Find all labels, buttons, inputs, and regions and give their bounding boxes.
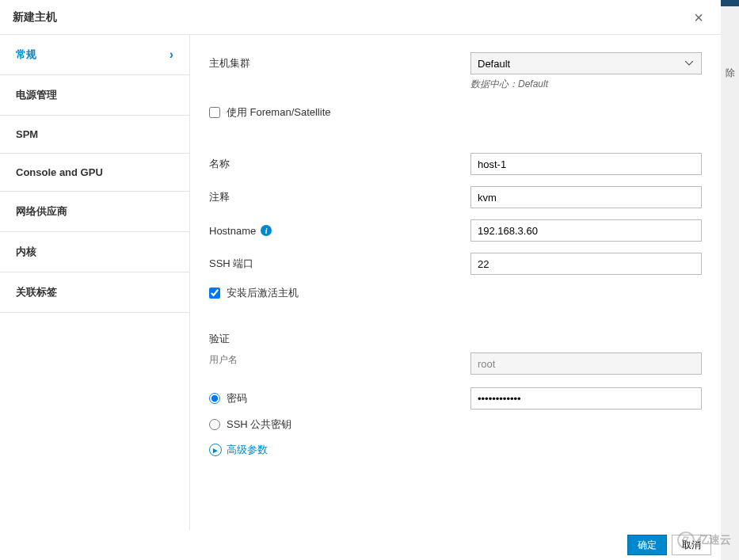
sidebar-item-label: 网络供应商 bbox=[16, 204, 67, 219]
sidebar-item-label: 电源管理 bbox=[16, 88, 57, 102]
sidebar-item-affinity-labels[interactable]: 关联标签 bbox=[0, 272, 189, 313]
label-cluster: 主机集群 bbox=[209, 56, 470, 70]
row-cluster: 主机集群 Default bbox=[209, 51, 702, 76]
row-name: 名称 bbox=[209, 151, 702, 177]
sidebar-item-network-provider[interactable]: 网络供应商 bbox=[0, 192, 189, 232]
sidebar-item-label: Console and GPU bbox=[16, 166, 103, 178]
ssh-port-input[interactable] bbox=[470, 253, 702, 275]
activate-checkbox[interactable] bbox=[209, 288, 220, 299]
row-ssh-port: SSH 端口 bbox=[209, 251, 702, 276]
sshkey-option-label: SSH 公共密钥 bbox=[227, 417, 291, 432]
sidebar-item-spm[interactable]: SPM bbox=[0, 116, 189, 154]
advanced-params-toggle[interactable]: ▸ 高级参数 bbox=[209, 443, 702, 457]
row-password: 密码 bbox=[209, 387, 702, 410]
cancel-button[interactable]: 取消 bbox=[672, 535, 711, 555]
info-icon[interactable]: i bbox=[261, 225, 272, 236]
background-char: 除 bbox=[725, 67, 736, 98]
password-input[interactable] bbox=[470, 387, 702, 410]
advanced-label: 高级参数 bbox=[227, 443, 268, 457]
cluster-select[interactable]: Default bbox=[470, 52, 702, 74]
row-activate: 安装后激活主机 bbox=[209, 286, 702, 300]
datacenter-subtext: 数据中心：Default bbox=[470, 78, 548, 90]
row-foreman: 使用 Foreman/Satellite bbox=[209, 105, 702, 120]
label-username: 用户名 bbox=[209, 353, 238, 367]
sidebar-item-power[interactable]: 电源管理 bbox=[0, 75, 189, 116]
close-button[interactable]: × bbox=[689, 6, 708, 29]
label-hostname: Hostname bbox=[209, 225, 256, 237]
foreman-label: 使用 Foreman/Satellite bbox=[227, 105, 331, 120]
foreman-checkbox[interactable] bbox=[209, 107, 220, 118]
label-comment: 注释 bbox=[209, 190, 470, 204]
sidebar-item-label: 关联标签 bbox=[16, 285, 57, 299]
close-icon: × bbox=[694, 9, 703, 26]
username-input bbox=[470, 352, 702, 375]
auth-section-header: 验证 bbox=[209, 332, 702, 346]
sidebar-item-console-gpu[interactable]: Console and GPU bbox=[0, 154, 189, 192]
dialog-header: 新建主机 × bbox=[0, 0, 721, 35]
form-content: 主机集群 Default 数据中心：Default 使用 Foreman/Sat… bbox=[190, 35, 721, 530]
sshkey-radio[interactable] bbox=[209, 419, 220, 430]
password-radio[interactable] bbox=[209, 393, 220, 404]
ok-button[interactable]: 确定 bbox=[627, 535, 667, 555]
comment-input[interactable] bbox=[470, 186, 702, 208]
label-ssh-port: SSH 端口 bbox=[209, 257, 470, 271]
row-ssh-key: SSH 公共密钥 bbox=[209, 417, 702, 432]
password-option-label: 密码 bbox=[227, 391, 247, 406]
sidebar-item-kernel[interactable]: 内核 bbox=[0, 232, 189, 272]
label-name: 名称 bbox=[209, 157, 470, 171]
row-cluster-sub: 数据中心：Default bbox=[209, 78, 702, 91]
dialog-footer: 确定 取消 bbox=[0, 530, 721, 560]
background-strip-dark bbox=[721, 0, 739, 6]
row-hostname: Hostname i bbox=[209, 218, 702, 243]
dialog-title: 新建主机 bbox=[13, 10, 57, 25]
activate-label: 安装后激活主机 bbox=[227, 286, 299, 300]
row-comment: 注释 bbox=[209, 185, 702, 210]
row-username: 用户名 bbox=[209, 351, 702, 376]
new-host-dialog: 新建主机 × 常规 › 电源管理 SPM Console and GPU 网络供… bbox=[0, 0, 721, 560]
dialog-body: 常规 › 电源管理 SPM Console and GPU 网络供应商 内核 关… bbox=[0, 35, 721, 530]
name-input[interactable] bbox=[470, 153, 702, 175]
chevron-right-icon: › bbox=[170, 48, 173, 62]
sidebar-item-label: 内核 bbox=[16, 245, 36, 259]
hostname-input[interactable] bbox=[470, 219, 702, 242]
sidebar-item-label: SPM bbox=[16, 128, 38, 140]
sidebar-item-general[interactable]: 常规 › bbox=[0, 35, 189, 75]
sidebar: 常规 › 电源管理 SPM Console and GPU 网络供应商 内核 关… bbox=[0, 35, 190, 530]
sidebar-item-label: 常规 bbox=[16, 48, 36, 62]
expand-icon: ▸ bbox=[209, 444, 222, 456]
